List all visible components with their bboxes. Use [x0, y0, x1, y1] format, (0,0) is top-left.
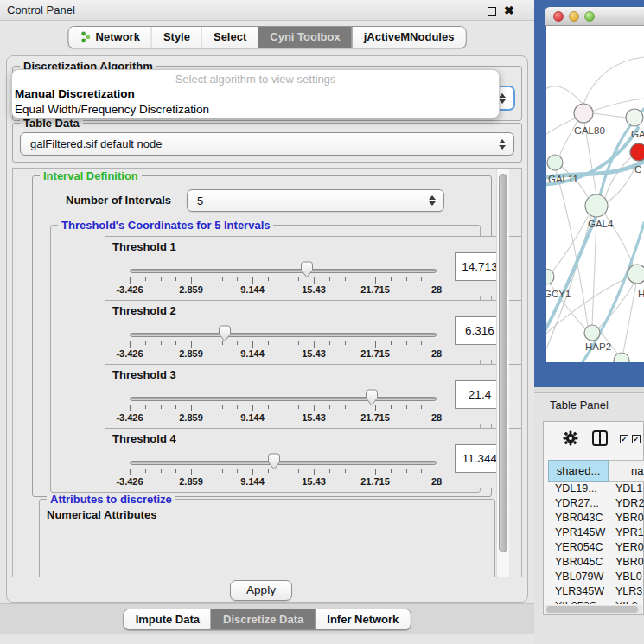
slider-tick: [375, 469, 376, 475]
slider-tick-label: 9.144: [240, 284, 265, 295]
cell-name: YIL0: [609, 600, 644, 604]
cell-shared-name: YDL19...: [544, 482, 609, 497]
close-traffic-light-icon[interactable]: [553, 11, 564, 22]
cell-name: YER0: [609, 541, 644, 556]
cell-shared-name: YER054C: [544, 541, 609, 556]
table-row[interactable]: YER054CYER0: [544, 541, 644, 556]
main-scrollbar[interactable]: [496, 169, 509, 577]
slider-tick: [191, 341, 192, 348]
minimize-traffic-light-icon[interactable]: [569, 11, 579, 22]
table-panel-title: Table Panel: [550, 399, 609, 411]
slider-track[interactable]: [130, 333, 437, 337]
tab-style[interactable]: Style: [151, 27, 201, 48]
checkbox-icon[interactable]: ✓: [632, 435, 641, 443]
table-row[interactable]: YIL052CYIL0: [544, 600, 644, 604]
slider-tick: [345, 405, 346, 409]
network-window-frame[interactable]: GAL80GACGAL11GAL4GCY1HHAP2: [534, 0, 644, 387]
table-row[interactable]: YBR045CYBR0: [544, 556, 644, 571]
slider-track[interactable]: [130, 461, 437, 465]
threshold-label: Threshold 4: [112, 432, 176, 445]
bottom-tab-impute-data[interactable]: Impute Data: [124, 609, 211, 629]
cell-name: YDL1: [609, 482, 644, 497]
combo-arrows-icon: [499, 93, 506, 104]
slider-track[interactable]: [130, 397, 437, 401]
column-header-name[interactable]: na: [609, 460, 644, 482]
gear-icon[interactable]: [563, 430, 578, 446]
slider-track[interactable]: [130, 269, 437, 273]
slider-tick: [175, 469, 176, 473]
node-label-GA: GA: [631, 129, 644, 139]
network-window-titlebar[interactable]: [545, 7, 644, 26]
node-label-GAL4: GAL4: [588, 219, 614, 229]
slider-tick: [161, 341, 162, 345]
node-HAP2[interactable]: [584, 325, 600, 341]
dropdown-option-equal-width[interactable]: Equal Width/Frequency Discretization: [12, 102, 499, 118]
slider-tick-label: 28: [431, 476, 442, 487]
slider-tick: [421, 405, 422, 409]
slider-tick: [222, 405, 223, 409]
slider-thumb[interactable]: [267, 453, 281, 471]
node-GAL11[interactable]: [547, 155, 563, 170]
slider-thumb[interactable]: [218, 325, 232, 343]
slider-tick-label: 21.715: [360, 348, 390, 359]
slider-tick: [298, 469, 299, 473]
columns-icon[interactable]: [592, 430, 608, 446]
table-row[interactable]: YLR345WYLR3: [544, 585, 644, 600]
tab-jactivemnodules[interactable]: jActiveMNodules: [352, 27, 466, 48]
slider-tick: [268, 277, 269, 281]
slider-tick: [391, 469, 392, 473]
cell-shared-name: YBR043C: [544, 512, 609, 526]
control-panel-titlebar: Control Panel ✖: [0, 0, 534, 21]
bottom-tab-discretize-data[interactable]: Discretize Data: [211, 609, 315, 629]
node-GAL-partial-topright[interactable]: [626, 109, 643, 126]
cell-shared-name: YPR145W: [544, 526, 609, 541]
checkbox-icon[interactable]: ✓: [620, 435, 628, 443]
slider-thumb[interactable]: [365, 389, 379, 407]
slider-tick: [191, 277, 192, 284]
float-window-icon[interactable]: [488, 7, 496, 16]
slider-tick: [360, 469, 360, 473]
cell-name: YLR3: [609, 585, 644, 600]
slider-thumb[interactable]: [300, 261, 314, 279]
close-icon[interactable]: ✖: [504, 2, 514, 19]
column-header-shared[interactable]: shared...: [548, 460, 609, 482]
tab-cyni-toolbox[interactable]: Cyni Toolbox: [258, 27, 351, 48]
cell-name: YBR0: [609, 556, 644, 571]
bottom-tab-infer-network[interactable]: Infer Network: [315, 609, 410, 629]
network-canvas[interactable]: GAL80GACGAL11GAL4GCY1HHAP2: [546, 26, 644, 362]
table-row[interactable]: YBR043CYBR0: [544, 512, 644, 526]
node-GAL80[interactable]: [574, 104, 593, 123]
apply-button[interactable]: Apply: [230, 580, 292, 601]
tab-select[interactable]: Select: [201, 27, 258, 48]
slider-tick-label: 2.859: [179, 476, 203, 487]
table-row[interactable]: YDL19...YDL1: [544, 482, 644, 497]
slider-tick-label: 15.43: [302, 476, 326, 487]
number-of-intervals-combobox[interactable]: 5: [187, 189, 444, 212]
dropdown-option-manual[interactable]: Manual Discretization: [12, 86, 499, 102]
tab-network[interactable]: Network: [69, 27, 151, 48]
cell-shared-name: YBR045C: [544, 556, 609, 571]
slider-tick-label: 28: [431, 348, 442, 359]
cell-name: YBL0: [609, 571, 644, 585]
table-row[interactable]: YDR27...YDR2: [544, 497, 644, 512]
node-selected-red-node[interactable]: [630, 143, 644, 161]
table-row[interactable]: YBL079WYBL0: [544, 571, 644, 585]
scrollbar-thumb[interactable]: [499, 174, 507, 552]
node-label-HAP2: HAP2: [585, 341, 611, 352]
slider-tick: [237, 341, 238, 345]
combo-arrows-icon: [499, 139, 506, 150]
zoom-traffic-light-icon[interactable]: [584, 11, 595, 22]
network-icon: [80, 31, 92, 43]
table-row[interactable]: YPR145WYPR1: [544, 526, 644, 541]
slider-tick-label: 28: [431, 284, 442, 295]
node-bottom-partial-node[interactable]: [614, 353, 629, 362]
node-H-partial-right[interactable]: [628, 265, 644, 284]
hscrollbar-thumb[interactable]: [546, 606, 638, 613]
slider-tick: [145, 405, 146, 409]
node-GAL4[interactable]: [585, 194, 608, 217]
panel-title: Control Panel: [7, 0, 75, 21]
table-hscrollbar[interactable]: [545, 605, 642, 614]
slider-tick: [252, 341, 253, 348]
table-data-combobox[interactable]: galFiltered.sif default node: [20, 132, 514, 156]
slider-tick: [268, 341, 269, 345]
